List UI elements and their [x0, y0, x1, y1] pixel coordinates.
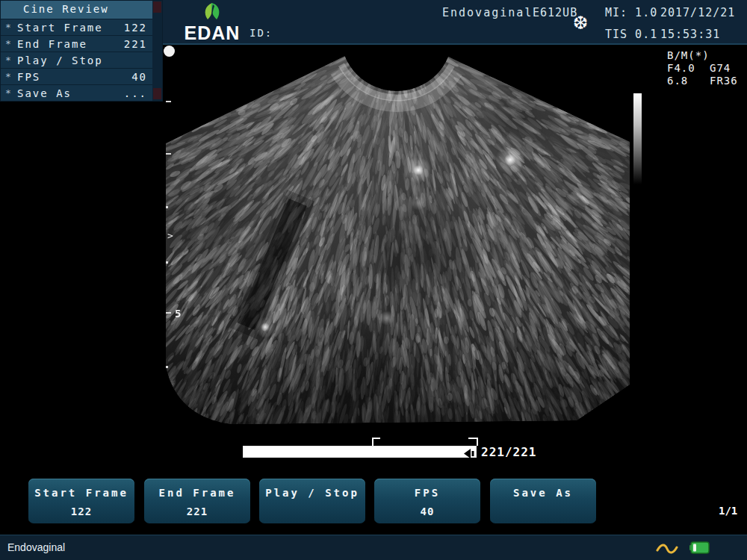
ultrasound-screen: EDAN ID: Endovaginal E612UB ❆ MI: 1.0 TI…	[0, 0, 747, 560]
depth-value: 6.8	[667, 75, 710, 87]
save-as-button[interactable]: Save As	[490, 479, 596, 523]
cine-end-marker-icon	[468, 438, 478, 446]
ruler-tick	[166, 261, 168, 264]
status-bar: Endovaginal	[0, 535, 747, 560]
menu-item-play-stop[interactable]: * Play / Stop	[1, 52, 162, 68]
image-parameters: B/M(*) F4.0 G74 6.8 FR36	[667, 49, 738, 87]
ac-power-icon	[656, 543, 678, 557]
frequency-value: F4.0	[667, 62, 710, 75]
frame-counter: 221/221	[481, 445, 536, 459]
play-stop-button[interactable]: Play / Stop	[259, 479, 365, 523]
status-probe-label: Endovaginal	[7, 541, 65, 553]
fps-button[interactable]: FPS 40	[374, 479, 480, 523]
asterisk-icon: *	[1, 87, 17, 99]
focus-marker-icon: >	[167, 230, 173, 241]
patient-id-label: ID:	[249, 27, 273, 39]
battery-icon	[689, 541, 710, 557]
ruler-tick	[166, 153, 171, 155]
menu-item-start-frame[interactable]: * Start Frame 122	[1, 19, 162, 35]
cine-position-arrow-icon[interactable]	[463, 447, 475, 461]
menu-scrollbar[interactable]	[152, 1, 162, 101]
edan-logo: EDAN	[182, 1, 242, 42]
cine-progress-bar[interactable]	[243, 446, 477, 458]
cine-start-marker-icon	[372, 438, 380, 446]
asterisk-icon: *	[1, 22, 17, 33]
menu-item-fps[interactable]: * FPS 40	[1, 68, 162, 84]
ruler-tick	[166, 312, 171, 314]
menu-scroll-down-icon[interactable]	[153, 88, 161, 99]
freeze-snowflake-icon: ❆	[574, 8, 587, 34]
tis-value: TIS 0.1	[605, 28, 657, 41]
menu-item-end-frame[interactable]: * End Frame 221	[1, 35, 162, 52]
menu-title: Cine Review	[1, 1, 162, 19]
end-frame-button[interactable]: End Frame 221	[144, 479, 250, 523]
start-frame-button[interactable]: Start Frame 122	[28, 479, 134, 523]
depth-scale-label: 5	[175, 308, 181, 320]
asterisk-icon: *	[1, 38, 17, 49]
probe-mode-label: Endovaginal	[442, 6, 533, 19]
mi-value: MI: 1.0	[605, 6, 657, 19]
ruler-tick	[166, 101, 171, 102]
system-date: 2017/12/21	[660, 6, 735, 19]
edan-logo-text: EDAN	[182, 24, 242, 42]
probe-model-label: E612UB	[533, 6, 577, 19]
frame-rate-value: FR36	[710, 75, 738, 87]
menu-scroll-up-icon[interactable]	[153, 1, 161, 13]
mode-label: B/M(*)	[667, 49, 738, 62]
page-indicator: 1/1	[719, 505, 737, 517]
cine-review-menu: Cine Review * Start Frame 122 * End Fram…	[0, 0, 163, 102]
menu-item-save-as[interactable]: * Save As ...	[1, 84, 162, 101]
ruler-tick	[166, 366, 168, 368]
system-time: 15:53:31	[660, 28, 720, 41]
probe-orientation-marker	[164, 46, 175, 57]
ultrasound-image	[166, 46, 631, 426]
gain-value: G74	[710, 62, 738, 75]
grayscale-bar	[633, 93, 642, 184]
asterisk-icon: *	[1, 55, 17, 66]
asterisk-icon: *	[1, 71, 17, 82]
ruler-tick	[166, 206, 168, 208]
